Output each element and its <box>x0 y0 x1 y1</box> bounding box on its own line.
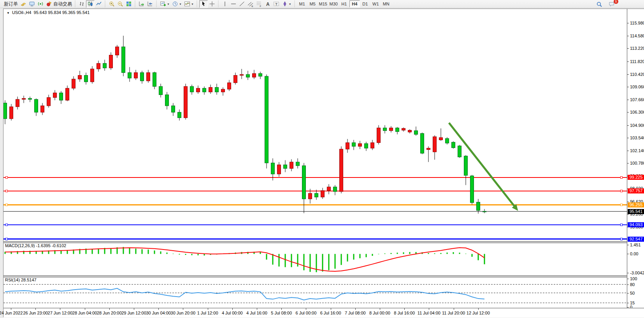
dropdown-arrow-icon[interactable]: ▼ <box>179 3 182 5</box>
candle <box>321 191 325 197</box>
vline-icon <box>222 1 228 7</box>
price-tick-label: 100.780 <box>630 161 644 165</box>
level-handle[interactable] <box>6 238 8 240</box>
timeframe-m15-button[interactable]: M15 <box>318 0 328 7</box>
horizontal-line-button[interactable] <box>229 0 238 8</box>
time-tick-label: 5 Jul 08:00 <box>271 311 292 315</box>
level-handle[interactable] <box>621 176 623 178</box>
line-chart-button[interactable] <box>95 0 103 8</box>
level-handle[interactable] <box>621 204 623 206</box>
timeframe-d1-button[interactable]: D1 <box>360 0 370 7</box>
level-handle[interactable] <box>6 176 8 178</box>
price-axis[interactable]: 115.980114.580113.220111.820110.420109.0… <box>627 9 644 308</box>
terminal-icon[interactable] <box>28 0 36 8</box>
level-handle[interactable] <box>621 190 623 192</box>
candle <box>315 193 318 197</box>
periods-button[interactable]: ▼ <box>171 0 183 8</box>
chart-canvas[interactable] <box>4 9 627 308</box>
zoom-out-button[interactable] <box>116 0 125 8</box>
tile-windows-button[interactable] <box>125 0 133 8</box>
pane-splitter-rsi[interactable] <box>4 276 627 278</box>
candle <box>477 202 480 210</box>
time-tick-mark <box>183 308 183 310</box>
trend-arrow[interactable] <box>449 123 515 207</box>
timeframe-w1-button[interactable]: W1 <box>370 0 381 7</box>
timeframe-m30-button[interactable]: M30 <box>328 0 339 7</box>
time-tick-label: 24 Jun 2022 <box>0 311 23 315</box>
timeframe-m5-button[interactable]: M5 <box>307 0 318 7</box>
new-chart-button[interactable]: ▼ <box>159 0 171 8</box>
candlestick-chart-button[interactable] <box>86 0 95 8</box>
pane-splitter-macd[interactable] <box>4 241 627 243</box>
candle <box>414 131 418 134</box>
time-tick-mark <box>306 308 306 310</box>
candle <box>290 162 293 169</box>
hline-icon <box>230 1 237 7</box>
candle <box>309 193 312 199</box>
cursor-button[interactable] <box>199 0 208 8</box>
candle <box>346 143 349 149</box>
fibonacci-button[interactable]: F <box>255 0 263 8</box>
level-handle[interactable] <box>6 204 8 206</box>
candle <box>184 86 188 118</box>
text-label-button[interactable]: T <box>272 0 281 8</box>
timeframe-m1-button[interactable]: M1 <box>297 0 307 7</box>
price-tag-95.541: 95.541 <box>628 209 644 214</box>
timeframe-mn-button[interactable]: MN <box>381 0 391 7</box>
price-tick-label: 107.660 <box>630 97 644 102</box>
time-tick-label: 28 Jun 04:00 <box>72 311 97 315</box>
cross-icon <box>209 1 215 7</box>
time-axis[interactable]: 24 Jun 202226 Jun 23:0027 Jun 12:0028 Ju… <box>4 308 644 318</box>
rsi-line <box>5 288 484 300</box>
timeframe-h1-button[interactable]: H1 <box>339 0 349 7</box>
signals-icon[interactable] <box>36 0 45 8</box>
trendline-button[interactable] <box>238 0 246 8</box>
vertical-line-button[interactable] <box>221 0 229 8</box>
price-tick-mark <box>627 125 629 126</box>
arrows-button[interactable]: ▼ <box>281 0 293 8</box>
dropdown-arrow-icon[interactable]: ▼ <box>191 3 194 5</box>
gold-bars-icon[interactable] <box>19 0 28 8</box>
candle <box>41 106 44 112</box>
indicators-button[interactable]: ▼ <box>183 0 195 8</box>
price-tick-mark <box>627 138 629 138</box>
autotrading-button[interactable]: 自动交易 <box>45 0 73 8</box>
timeframe-h4-button[interactable]: H4 <box>349 0 360 7</box>
level-handle[interactable] <box>621 224 623 226</box>
rsi-tick-mark <box>627 285 629 285</box>
collapse-arrow-icon[interactable]: ▼ <box>7 11 10 15</box>
fibo-icon: F <box>256 1 262 7</box>
text-button[interactable]: A <box>263 0 272 8</box>
main-toolbar: 新订单自动交易▼▼▼EFAT▼M1M5M15M30H1H4D1W1MN1 <box>0 0 644 8</box>
time-tick-label: 27 Jun 12:00 <box>48 311 73 315</box>
new-order-button[interactable]: 新订单 <box>2 0 19 8</box>
level-handle[interactable] <box>621 238 623 240</box>
candle <box>165 95 169 105</box>
equidistant-channel-button[interactable]: E <box>246 0 255 8</box>
candle <box>439 138 443 140</box>
level-handle[interactable] <box>6 190 8 192</box>
candle <box>365 144 368 148</box>
search-button[interactable] <box>595 0 604 8</box>
candle <box>327 187 331 190</box>
time-tick-mark <box>208 308 208 310</box>
crosshair-button[interactable] <box>208 0 216 8</box>
zoom-in-button[interactable] <box>107 0 116 8</box>
price-tick-label: 109.060 <box>630 84 644 89</box>
auto-scroll-button[interactable] <box>137 0 146 8</box>
auto-icon <box>46 1 52 7</box>
macd-pane <box>5 247 484 272</box>
chart-shift-button[interactable] <box>146 0 154 8</box>
toolbar-separator <box>74 1 76 7</box>
macd-tick-label: -3.0042 <box>630 271 644 275</box>
dropdown-arrow-icon[interactable]: ▼ <box>167 3 170 5</box>
level-handle[interactable] <box>6 224 8 226</box>
candle <box>470 176 474 203</box>
indicator-icon <box>184 1 190 7</box>
time-tick-label: 30 Jun 20:00 <box>171 311 196 315</box>
candle <box>259 74 262 76</box>
candle <box>84 76 88 82</box>
bar-chart-button[interactable] <box>77 0 86 8</box>
dropdown-arrow-icon[interactable]: ▼ <box>289 3 291 5</box>
notifications-button[interactable]: 1 <box>607 0 616 8</box>
